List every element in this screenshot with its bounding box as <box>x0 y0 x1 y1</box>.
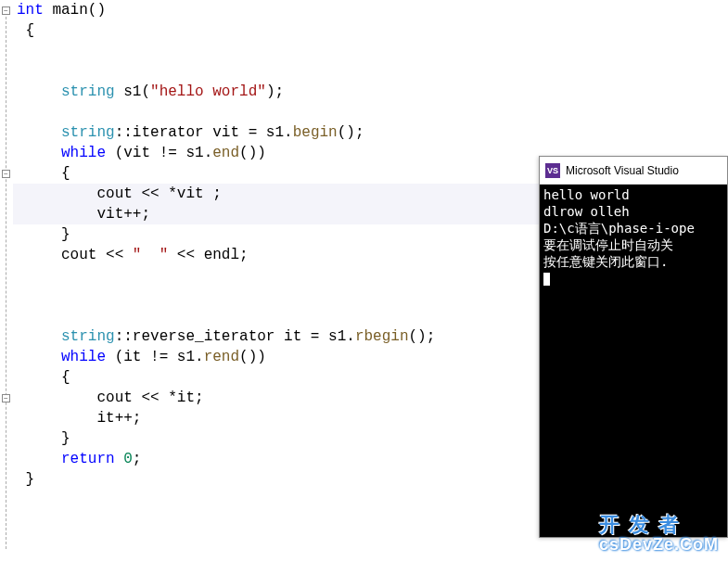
while-cond-3: ()) <box>239 145 266 161</box>
fold-toggle-icon[interactable]: − <box>2 394 10 402</box>
stream-op: << <box>141 390 159 406</box>
keyword-int: int <box>17 2 44 19</box>
keyword-while: while <box>61 145 106 161</box>
console-titlebar[interactable]: VS Microsoft Visual Studio <box>540 157 727 185</box>
fold-guide-line <box>6 17 6 549</box>
while-cond-2: s1. <box>168 349 203 365</box>
while-cond-2: s1. <box>177 145 212 161</box>
increment-stmt: vit++; <box>96 206 150 223</box>
console-line: dlrow olleh <box>543 204 630 219</box>
method-rbegin: rbegin <box>355 328 409 345</box>
iterator-type: ::iterator <box>115 124 204 141</box>
open-brace: { <box>61 165 70 182</box>
code-line[interactable]: int main() <box>13 0 728 20</box>
identifier-s1: s1 <box>115 83 142 100</box>
identifier-it: it <box>275 328 310 345</box>
fold-gutter: − − − <box>0 0 13 490</box>
cursor-icon <box>543 273 550 286</box>
console-line: D:\c语言\phase-i-ope <box>543 221 695 236</box>
close-brace: } <box>26 471 35 488</box>
identifier-cout: cout <box>96 390 141 406</box>
keyword-while: while <box>61 349 106 365</box>
identifier-cout: cout <box>61 247 106 263</box>
code-line[interactable] <box>13 61 728 82</box>
stream-op: << <box>177 247 195 263</box>
console-title: Microsoft Visual Studio <box>566 164 679 177</box>
code-line[interactable] <box>13 102 728 122</box>
call-end: (); <box>338 124 364 141</box>
reverse-iterator-type: ::reverse_iterator <box>115 328 275 345</box>
console-window[interactable]: VS Microsoft Visual Studio hello world d… <box>539 156 728 538</box>
console-output[interactable]: hello world dlrow olleh D:\c语言\phase-i-o… <box>540 185 727 537</box>
code-line[interactable]: string::iterator vit = s1.begin(); <box>13 122 728 143</box>
code-line[interactable]: { <box>13 20 728 41</box>
watermark-text-bottom: csDevZe.CoM <box>599 535 719 555</box>
code-line[interactable]: string s1("hello world"); <box>13 82 728 102</box>
visual-studio-icon: VS <box>545 163 560 178</box>
fold-toggle-icon[interactable]: − <box>2 6 10 15</box>
stream-op: << <box>141 185 159 202</box>
identifier-vit: vit <box>204 124 249 141</box>
number-zero: 0 <box>115 451 133 467</box>
open-brace: { <box>26 22 35 39</box>
type-string: string <box>61 83 115 100</box>
identifier-s1-dot: s1. <box>319 328 354 345</box>
semicolon: ; <box>275 83 284 100</box>
fold-toggle-icon[interactable]: − <box>2 170 10 178</box>
assign-op: = <box>249 124 258 141</box>
console-line: 要在调试停止时自动关 <box>543 237 673 252</box>
parentheses: () <box>88 2 106 19</box>
semicolon: ; <box>133 451 142 467</box>
stream-op: << <box>106 247 123 263</box>
identifier-main: main <box>44 2 88 19</box>
keyword-return: return <box>61 451 115 467</box>
method-end: end <box>212 145 239 161</box>
close-brace: } <box>61 430 70 447</box>
open-paren: ( <box>141 83 150 100</box>
call-end: (); <box>408 328 435 345</box>
identifier-s1-dot: s1. <box>257 124 292 141</box>
increment-stmt: it++; <box>96 410 141 427</box>
not-equal-op: != <box>150 349 168 365</box>
type-string: string <box>61 328 115 345</box>
method-rend: rend <box>204 349 239 365</box>
identifier-cout: cout <box>96 185 141 202</box>
while-cond-1: (vit <box>106 145 160 161</box>
string-literal: " " <box>123 247 177 263</box>
method-begin: begin <box>293 124 338 141</box>
type-string: string <box>61 124 115 141</box>
vs-icon-label: VS <box>547 166 558 175</box>
while-cond-1: (it <box>106 349 150 365</box>
console-line: 按任意键关闭此窗口. <box>543 254 668 269</box>
code-line[interactable] <box>13 41 728 61</box>
not-equal-op: != <box>160 145 177 161</box>
deref-expr: *it; <box>160 390 204 406</box>
deref-expr: *vit ; <box>160 185 222 202</box>
string-literal: "hello world" <box>150 83 266 100</box>
console-line: hello world <box>543 187 630 202</box>
close-brace: } <box>61 226 70 243</box>
while-cond-3: ()) <box>239 349 266 365</box>
open-brace: { <box>61 369 70 386</box>
identifier-endl: endl; <box>195 247 249 263</box>
